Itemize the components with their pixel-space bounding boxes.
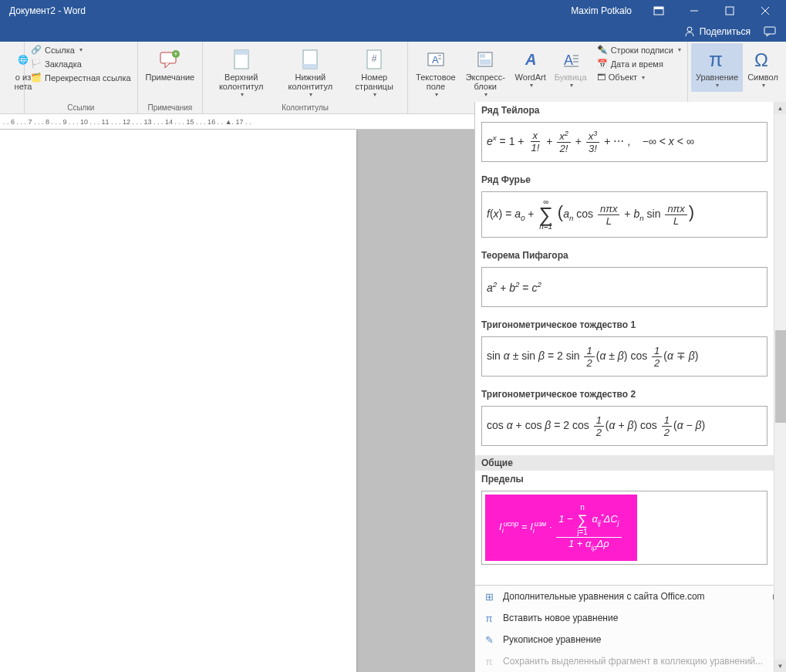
eq-ink-item[interactable]: ✎ Рукописное уравнение [475,629,786,650]
eq-limits-item[interactable]: Iiиспр = Iiизм · 1 − n∑j=1 αij*ΔCj1 + αi… [481,491,767,565]
scroll-up-button[interactable]: ▲ [774,102,786,114]
footer-button[interactable]: Нижний колонтитул [276,43,344,101]
object-icon: 🗔 [597,73,606,82]
svg-point-6 [687,27,692,32]
textbox-icon: A [426,46,446,73]
ribbon-display-options-button[interactable] [641,0,676,22]
svg-rect-12 [234,50,248,55]
svg-rect-22 [480,54,485,58]
eq-fourier-item[interactable]: f(x) = a0 + ∞∑n=1 (an cos nπxL + bn sin … [481,191,767,238]
svg-text:#: # [372,53,377,64]
document-page[interactable] [0,130,356,672]
eq-fourier-header: Ряд Фурье [475,171,774,188]
symbol-button[interactable]: ΩСимвол [743,43,783,92]
svg-rect-23 [480,59,491,65]
svg-text:Ω: Ω [754,49,768,70]
eq-taylor-item[interactable]: ex = 1 + x1! + x22! + x33! + ⋯ , −∞ < x … [481,122,767,162]
user-name: Maxim Potkalo [571,5,632,16]
header-button[interactable]: Верхний колонтитул [206,43,276,101]
office-icon: ⊞ [483,590,495,603]
eq-pythagoras-item[interactable]: a2 + b2 = c2 [481,267,767,307]
equation-gallery-scroll[interactable]: Ряд Тейлора ex = 1 + x1! + x22! + x33! +… [475,102,786,585]
textbox-button[interactable]: AТекстовое поле [411,43,460,101]
object-button[interactable]: 🗔Объект [594,71,684,83]
header-icon [232,46,251,73]
date-time-button[interactable]: 📅Дата и время [594,57,684,70]
links-group-label: Ссылки [28,102,134,113]
page-number-button[interactable]: #Номер страницы [345,43,404,101]
eq-insert-new-item[interactable]: π Вставить новое уравнение [475,607,786,629]
eq-office-online-item[interactable]: ⊞ Дополнительные уравнения с сайта Offic… [475,586,786,607]
signature-line-button[interactable]: ✒️Строки подписи [594,43,684,56]
comment-big-icon: + [159,46,180,73]
share-button[interactable]: Поделиться [678,25,757,39]
footer-icon [301,46,319,73]
svg-text:π: π [709,48,723,71]
link-icon: 🔗 [31,45,42,55]
equation-menu: ⊞ Дополнительные уравнения с сайта Offic… [475,585,786,672]
share-label: Поделиться [700,26,751,37]
scroll-thumb[interactable] [775,330,786,423]
svg-text:+: + [174,50,178,58]
crossref-button[interactable]: 🗂️Перекрестная ссылка [28,71,134,84]
eq-general-category: Общие [475,455,774,471]
share-icon [684,26,695,37]
svg-text:A: A [564,52,573,68]
comments-group-label: Примечания [141,102,200,113]
bookmark-button[interactable]: 🏳️Закладка [28,57,134,70]
title-bar: Документ2 - Word Maxim Potkalo [0,0,786,22]
headerfooter-group-label: Колонтитулы [206,102,404,113]
eq-trig1-header: Тригонометрическое тождество 1 [475,316,774,333]
eq-trig2-item[interactable]: cos α + cos β = 2 cos 12(α + β) cos 12(α… [481,406,767,446]
eq-limits-header: Пределы [475,471,774,488]
eq-pythagoras-header: Теорема Пифагора [475,247,774,264]
dropcap-button[interactable]: AБуквица [551,43,591,92]
datetime-icon: 📅 [597,59,608,69]
maximize-button[interactable] [712,0,747,22]
equation-panel-scrollbar[interactable]: ▲ ▼ [774,102,786,672]
pageno-icon: # [365,46,383,73]
svg-rect-14 [303,64,317,69]
dropcap-icon: A [561,46,581,73]
document-title: Документ2 - Word [9,5,86,16]
signature-icon: ✒️ [597,45,608,55]
scroll-down-button[interactable]: ▼ [774,660,786,672]
quickparts-icon [475,46,495,73]
minimize-button[interactable] [676,0,712,22]
wordart-icon: A [521,46,541,73]
crossref-icon: 🗂️ [31,73,42,83]
wordart-button[interactable]: AWordArt [511,43,551,92]
bookmark-icon: 🏳️ [31,59,42,69]
svg-text:A: A [525,51,536,68]
quick-parts-button[interactable]: Экспресс-блоки [460,43,511,101]
comment-icon [764,26,776,37]
comment-button[interactable]: + Примечание [141,43,200,85]
equation-gallery-panel: Ряд Тейлора ex = 1 + x1! + x22! + x33! +… [474,102,786,672]
svg-text:A: A [432,54,439,66]
close-button[interactable] [747,0,783,22]
svg-rect-1 [654,7,663,9]
eq-trig1-item[interactable]: sin α ± sin β = 2 sin 12(α ± β) cos 12(α… [481,336,767,377]
equation-button[interactable]: πУравнение [691,43,743,92]
ink-icon: ✎ [483,633,495,646]
save-pi-icon: π [483,655,495,667]
eq-taylor-header: Ряд Тейлора [475,102,774,119]
svg-rect-3 [726,7,734,15]
hyperlink-button[interactable]: 🔗Ссылка [28,43,134,56]
comments-button[interactable] [760,24,780,39]
eq-trig2-header: Тригонометрическое тождество 2 [475,386,774,403]
pi-icon: π [705,46,728,73]
pi-small-icon: π [483,612,495,624]
svg-rect-7 [764,27,775,34]
eq-save-selection-item: π Сохранить выделенный фрагмент в коллек… [475,650,786,672]
omega-icon: Ω [751,46,774,73]
share-bar: Поделиться [0,22,786,42]
